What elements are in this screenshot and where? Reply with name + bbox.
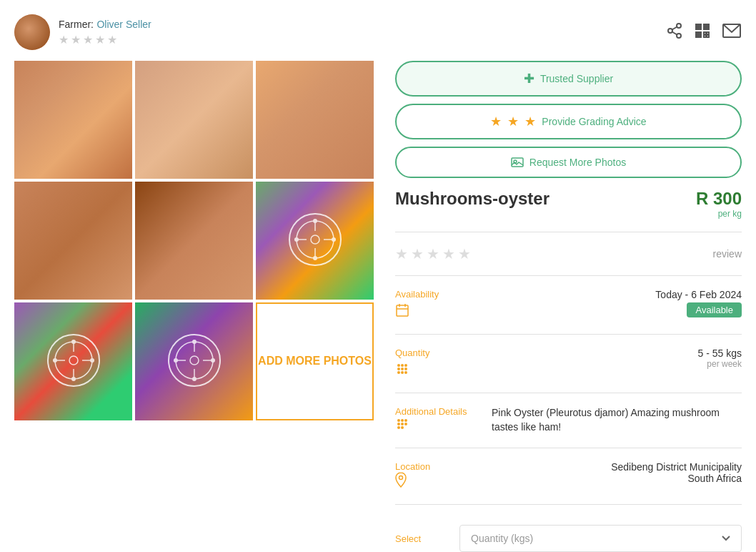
divider-1	[395, 232, 742, 232]
divider-5	[395, 448, 742, 448]
svg-line-4	[672, 26, 677, 29]
availability-text: Availability	[395, 289, 439, 300]
svg-point-59	[401, 368, 404, 370]
select-label: Select	[395, 533, 452, 544]
rating-star-4: ★	[442, 245, 455, 262]
product-price-block: R 300 per kg	[696, 189, 742, 219]
grading-advice-button[interactable]: ★ ★ ★ Provide Grading Advice	[395, 104, 742, 139]
svg-point-23	[313, 219, 317, 223]
svg-point-67	[397, 423, 400, 425]
photo-2[interactable]	[135, 61, 253, 179]
header-actions	[666, 22, 742, 43]
additional-icon	[395, 417, 481, 435]
availability-value: Today - 6 Feb 2024 Available	[492, 289, 742, 317]
share-button[interactable]	[666, 22, 683, 43]
rating-star-5: ★	[458, 245, 471, 262]
trusted-supplier-button[interactable]: ✚ Trusted Supplier	[395, 61, 742, 97]
svg-rect-51	[397, 305, 408, 316]
star-2: ★	[71, 33, 81, 46]
additional-description: Pink Oyster (Pleurotus djamor) Amazing m…	[492, 406, 742, 434]
per-week: per week	[707, 359, 742, 369]
svg-rect-11	[707, 35, 709, 37]
svg-rect-10	[704, 35, 706, 37]
svg-point-63	[404, 371, 407, 374]
trusted-supplier-label: Trusted Supplier	[540, 73, 613, 84]
photo-7[interactable]	[14, 302, 132, 420]
svg-point-65	[401, 419, 404, 422]
farmer-label-row: Farmer: Oliver Seller	[59, 18, 151, 31]
avatar-image	[14, 14, 50, 50]
add-more-photos-cell[interactable]: ADD MORE PHOTOS	[256, 302, 374, 420]
photo-1[interactable]	[14, 61, 132, 179]
farmer-label: Farmer:	[59, 19, 94, 30]
quantity-range: 5 - 55 kgs	[698, 348, 742, 359]
plus-icon: ✚	[524, 71, 534, 87]
right-panel: ✚ Trusted Supplier ★ ★ ★ Provide Grading…	[395, 61, 742, 552]
product-header: Mushrooms-oyster R 300 per kg	[395, 189, 742, 219]
calendar-icon	[395, 303, 409, 321]
svg-point-35	[71, 377, 76, 381]
add-more-photos-label: ADD MORE PHOTOS	[258, 354, 372, 369]
photo-grid: ADD MORE PHOTOS	[14, 61, 374, 552]
divider-3	[395, 334, 742, 335]
svg-point-61	[397, 371, 400, 374]
svg-point-56	[401, 364, 404, 367]
available-badge: Available	[687, 302, 742, 317]
svg-point-2	[677, 34, 681, 38]
svg-point-37	[90, 358, 94, 363]
main-content: ADD MORE PHOTOS ✚ Trusted Supplier ★ ★ ★…	[14, 61, 742, 552]
star-icon-1: ★	[490, 114, 502, 129]
availability-row: Availability Today - 6 Feb 2024 Availabl…	[395, 289, 742, 321]
review-link[interactable]: review	[713, 248, 742, 260]
mail-button[interactable]	[722, 23, 742, 42]
svg-point-36	[53, 358, 57, 363]
qr-icon	[694, 22, 711, 39]
grading-advice-label: Provide Grading Advice	[542, 116, 646, 127]
photo-6[interactable]	[256, 182, 374, 300]
rating-star-3: ★	[427, 245, 439, 262]
farmer-rating: ★ ★ ★ ★ ★	[59, 33, 151, 46]
farmer-details: Farmer: Oliver Seller ★ ★ ★ ★ ★	[59, 18, 151, 46]
location-text: Location	[395, 461, 481, 472]
divider-6	[395, 504, 742, 505]
farmer-info: Farmer: Oliver Seller ★ ★ ★ ★ ★	[14, 14, 151, 50]
share-icon	[666, 22, 683, 39]
quantity-label: Quantity	[395, 348, 481, 380]
svg-rect-12	[697, 26, 700, 28]
quantity-row: Quantity 5 - 55 kgs per week	[395, 348, 742, 380]
svg-point-0	[677, 24, 681, 28]
star-3: ★	[83, 33, 93, 46]
photo-4[interactable]	[14, 182, 132, 300]
photo-3[interactable]	[256, 61, 374, 179]
svg-point-62	[401, 371, 404, 374]
svg-point-26	[332, 237, 336, 242]
svg-point-45	[192, 340, 197, 344]
watermark-7	[45, 332, 102, 392]
svg-point-34	[71, 340, 76, 344]
svg-rect-13	[705, 26, 707, 28]
star-4: ★	[95, 33, 105, 46]
photo-8[interactable]	[135, 302, 253, 420]
quantity-select[interactable]: Quantity (kgs)	[459, 525, 742, 552]
svg-point-64	[397, 419, 400, 422]
rating-star-1: ★	[395, 245, 408, 262]
rating-star-2: ★	[411, 245, 424, 262]
svg-rect-8	[704, 32, 706, 34]
svg-point-24	[313, 256, 317, 260]
additional-text: Additional Details	[395, 406, 481, 417]
farmer-name-link[interactable]: Oliver Seller	[96, 19, 151, 30]
image-icon	[511, 157, 524, 168]
svg-point-71	[401, 426, 404, 429]
photo-5[interactable]	[135, 182, 253, 300]
qr-button[interactable]	[694, 22, 711, 43]
product-name: Mushrooms-oyster	[395, 189, 549, 209]
svg-rect-49	[512, 158, 523, 167]
additional-label: Additional Details	[395, 406, 481, 435]
svg-point-47	[174, 358, 178, 363]
svg-point-40	[190, 356, 199, 365]
location-label: Location	[395, 461, 481, 491]
request-photos-button[interactable]: Request More Photos	[395, 147, 742, 178]
svg-line-3	[672, 31, 677, 34]
svg-point-72	[399, 476, 403, 480]
quantity-text: Quantity	[395, 348, 429, 358]
